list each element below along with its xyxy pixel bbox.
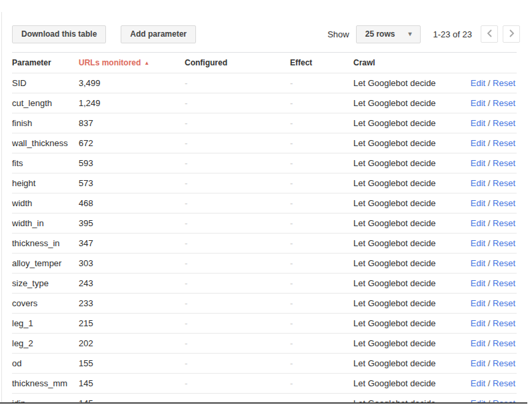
- link-separator: /: [485, 218, 493, 228]
- reset-link[interactable]: Reset: [493, 318, 515, 328]
- reset-link[interactable]: Reset: [493, 98, 515, 108]
- urls-monitored-cell: 672: [79, 133, 185, 153]
- actions-cell: Edit / Reset: [457, 234, 517, 254]
- toolbar-left-group: Download this table Add parameter: [12, 25, 196, 43]
- edit-link[interactable]: Edit: [471, 378, 485, 388]
- header-urls-monitored[interactable]: URLs monitored▲: [79, 53, 185, 73]
- urls-monitored-cell: 573: [79, 173, 185, 193]
- configured-cell: -: [185, 274, 290, 294]
- urls-monitored-cell: 1,249: [79, 93, 185, 113]
- configured-cell: -: [185, 153, 290, 173]
- link-separator: /: [485, 298, 493, 308]
- urls-monitored-cell: 303: [79, 254, 185, 274]
- table-row: alloy_temper 303 - - Let Googlebot decid…: [12, 254, 517, 274]
- bottom-divider: [0, 402, 527, 404]
- edit-link[interactable]: Edit: [471, 238, 485, 248]
- edit-link[interactable]: Edit: [471, 218, 485, 228]
- reset-link[interactable]: Reset: [493, 298, 515, 308]
- parameter-cell: wall_thickness: [12, 133, 79, 153]
- reset-link[interactable]: Reset: [493, 178, 515, 188]
- edit-link[interactable]: Edit: [471, 158, 485, 168]
- table-row: thickness_mm 145 - - Let Googlebot decid…: [12, 374, 517, 394]
- actions-cell: Edit / Reset: [457, 113, 517, 133]
- header-parameter[interactable]: Parameter: [12, 53, 79, 73]
- reset-link[interactable]: Reset: [493, 378, 515, 388]
- reset-link[interactable]: Reset: [493, 278, 515, 288]
- table-row: fits 593 - - Let Googlebot decide Edit /…: [12, 153, 517, 173]
- rows-per-page-dropdown[interactable]: 25 rows ▾: [356, 25, 421, 43]
- link-separator: /: [485, 178, 493, 188]
- reset-link[interactable]: Reset: [493, 198, 515, 208]
- edit-link[interactable]: Edit: [471, 98, 485, 108]
- previous-page-button[interactable]: [481, 25, 498, 43]
- reset-link[interactable]: Reset: [493, 258, 515, 268]
- crawl-cell: Let Googlebot decide: [353, 153, 457, 173]
- urls-monitored-cell: 347: [79, 234, 185, 254]
- reset-link[interactable]: Reset: [493, 78, 515, 88]
- table-row: width_in 395 - - Let Googlebot decide Ed…: [12, 214, 517, 234]
- effect-cell: -: [290, 214, 353, 234]
- actions-cell: Edit / Reset: [457, 73, 517, 93]
- table-row: thickness_in 347 - - Let Googlebot decid…: [12, 234, 517, 254]
- edit-link[interactable]: Edit: [471, 198, 485, 208]
- reset-link[interactable]: Reset: [493, 218, 515, 228]
- parameter-cell: od: [12, 354, 79, 374]
- actions-cell: Edit / Reset: [457, 394, 517, 404]
- effect-cell: -: [290, 354, 353, 374]
- edit-link[interactable]: Edit: [471, 318, 485, 328]
- urls-monitored-cell: 3,499: [79, 73, 185, 93]
- crawl-cell: Let Googlebot decide: [353, 214, 457, 234]
- reset-link[interactable]: Reset: [493, 358, 515, 368]
- sort-ascending-icon: ▲: [144, 60, 149, 66]
- effect-cell: -: [290, 274, 353, 294]
- effect-cell: -: [290, 173, 353, 193]
- edit-link[interactable]: Edit: [471, 118, 485, 128]
- link-separator: /: [485, 238, 493, 248]
- edit-link[interactable]: Edit: [471, 298, 485, 308]
- crawl-cell: Let Googlebot decide: [353, 354, 457, 374]
- actions-cell: Edit / Reset: [457, 254, 517, 274]
- parameter-cell: SID: [12, 73, 79, 93]
- edit-link[interactable]: Edit: [471, 178, 485, 188]
- parameter-cell: height: [12, 173, 79, 193]
- table-row: leg_1 215 - - Let Googlebot decide Edit …: [12, 314, 517, 334]
- table-body: SID 3,499 - - Let Googlebot decide Edit …: [12, 73, 517, 404]
- header-effect[interactable]: Effect: [290, 53, 353, 73]
- reset-link[interactable]: Reset: [493, 138, 515, 148]
- edit-link[interactable]: Edit: [471, 338, 485, 348]
- table-row: od 155 - - Let Googlebot decide Edit / R…: [12, 354, 517, 374]
- reset-link[interactable]: Reset: [493, 118, 515, 128]
- edit-link[interactable]: Edit: [471, 258, 485, 268]
- crawl-cell: Let Googlebot decide: [353, 193, 457, 214]
- header-crawl[interactable]: Crawl: [353, 53, 457, 73]
- edit-link[interactable]: Edit: [471, 78, 485, 88]
- download-table-button[interactable]: Download this table: [12, 25, 106, 43]
- reset-link[interactable]: Reset: [493, 338, 515, 348]
- parameter-cell: leg_1: [12, 314, 79, 334]
- link-separator: /: [485, 98, 493, 108]
- link-separator: /: [485, 278, 493, 288]
- crawl-cell: Let Googlebot decide: [353, 234, 457, 254]
- actions-cell: Edit / Reset: [457, 214, 517, 234]
- parameter-cell: covers: [12, 294, 79, 314]
- edit-link[interactable]: Edit: [471, 278, 485, 288]
- table-row: idin 145 - - Let Googlebot decide Edit /…: [12, 394, 517, 404]
- configured-cell: -: [185, 234, 290, 254]
- reset-link[interactable]: Reset: [493, 238, 515, 248]
- header-configured[interactable]: Configured: [185, 53, 290, 73]
- add-parameter-button[interactable]: Add parameter: [121, 25, 196, 43]
- edit-link[interactable]: Edit: [471, 358, 485, 368]
- table-row: cut_length 1,249 - - Let Googlebot decid…: [12, 93, 517, 113]
- reset-link[interactable]: Reset: [493, 158, 515, 168]
- link-separator: /: [485, 198, 493, 208]
- parameter-cell: thickness_mm: [12, 374, 79, 394]
- edit-link[interactable]: Edit: [471, 138, 485, 148]
- effect-cell: -: [290, 153, 353, 173]
- crawl-cell: Let Googlebot decide: [353, 314, 457, 334]
- crawl-cell: Let Googlebot decide: [353, 73, 457, 93]
- next-page-button[interactable]: [503, 25, 520, 43]
- configured-cell: -: [185, 374, 290, 394]
- configured-cell: -: [185, 133, 290, 153]
- effect-cell: -: [290, 193, 353, 214]
- crawl-cell: Let Googlebot decide: [353, 113, 457, 133]
